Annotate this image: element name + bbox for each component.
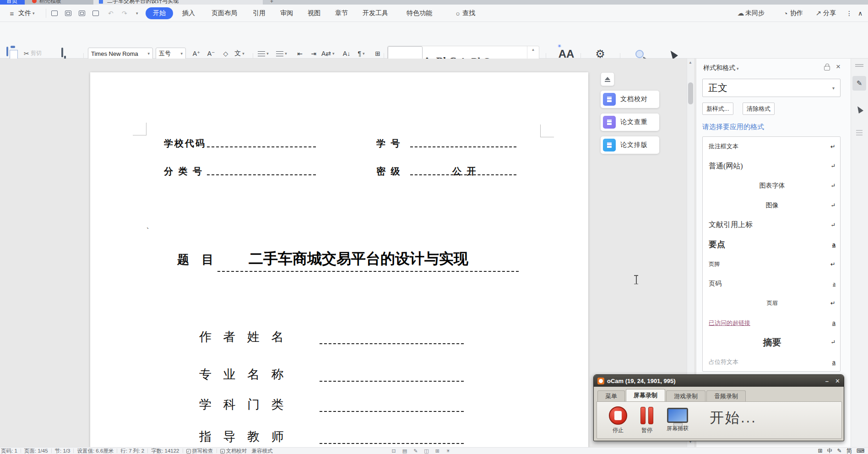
page-view-icon[interactable]: ◫	[424, 448, 429, 454]
ime-grid-icon[interactable]: ⊞	[818, 448, 823, 454]
find-menu[interactable]: ○查找	[453, 5, 475, 22]
new-style-panel-button[interactable]: 新样式...	[702, 103, 733, 115]
bullet-list-button[interactable]: ▾	[257, 48, 269, 59]
ocam-titlebar[interactable]: oCam (19, 24, 1901, 995) – ✕	[594, 375, 844, 387]
tab-insert[interactable]: 插入	[182, 5, 195, 22]
style-item-citation-superscript[interactable]: 文献引用上标↵	[703, 215, 840, 235]
show-marks-button[interactable]: ¶▾	[355, 48, 367, 59]
supervisor-line[interactable]	[320, 430, 464, 444]
new-tab-button[interactable]: +	[270, 0, 273, 5]
decrease-font-button[interactable]: A⁻	[205, 48, 217, 59]
style-item-image[interactable]: 图像↵	[703, 195, 840, 215]
sort-button[interactable]: A↓	[341, 48, 353, 59]
clear-format-panel-button[interactable]: 清除格式	[743, 103, 775, 115]
school-code-line[interactable]	[207, 137, 316, 147]
save-button[interactable]	[51, 5, 58, 22]
ocam-tab-audio-record[interactable]: 音频录制	[706, 390, 746, 401]
tab-special-features[interactable]: 特色功能	[407, 5, 432, 22]
style-item-chart-font[interactable]: 图表字体↵	[703, 176, 840, 196]
scrollbar-thumb[interactable]	[688, 82, 693, 104]
current-style-select[interactable]: 正文▾	[702, 79, 841, 97]
pin-panel-icon[interactable]	[824, 66, 830, 70]
status-spellcheck[interactable]: ✓拼写检查	[186, 448, 213, 454]
plagiarism-check-button[interactable]: 论文查重	[601, 114, 659, 131]
style-item-page-number[interactable]: 页码a	[703, 274, 840, 294]
status-doc-proof[interactable]: x文档校对	[220, 448, 247, 454]
ocam-tab-menu[interactable]: 菜单	[597, 390, 625, 401]
adjust-tool-button[interactable]	[852, 125, 866, 140]
collaborate-button[interactable]: ◔协作	[781, 5, 803, 22]
major-line[interactable]	[320, 368, 464, 382]
collapse-ribbon-button[interactable]: ∧	[858, 5, 863, 22]
ocam-screen-capture-button[interactable]: 屏幕捕获	[667, 408, 689, 432]
close-panel-button[interactable]: ×	[836, 62, 841, 71]
read-layout-icon[interactable]: ▤	[402, 448, 407, 454]
tab-document[interactable]: 二手车交易平台的设计与实现	[93, 0, 263, 5]
discipline-line[interactable]	[320, 398, 464, 412]
eye-protect-icon[interactable]: ☀	[446, 448, 450, 454]
file-menu[interactable]: ≡ 文件▾	[7, 5, 34, 22]
doc-proofread-button[interactable]: 文档校对	[601, 91, 659, 108]
ocam-close-button[interactable]: ✕	[835, 378, 840, 384]
font-family-select[interactable]: Times New Roma▾	[88, 48, 153, 59]
tab-page-layout[interactable]: 页面布局	[212, 5, 237, 22]
sync-status[interactable]: ☁未同步	[736, 5, 765, 22]
edit-icon[interactable]: ✎	[413, 448, 418, 454]
redo-button[interactable]: ↷	[122, 5, 127, 22]
tab-template[interactable]: 稻壳模板	[25, 0, 93, 5]
ime-lang-icon[interactable]: 中	[827, 447, 833, 454]
text-direction-button[interactable]: A⇄▾	[321, 48, 335, 59]
outline-view-icon[interactable]: ⊞	[435, 448, 439, 454]
undo-button[interactable]: ↶	[108, 5, 114, 22]
decrease-indent-button[interactable]: ⇤	[294, 48, 306, 59]
ocam-window[interactable]: oCam (19, 24, 1901, 995) – ✕ 菜单 屏幕录制 游戏录…	[593, 374, 844, 441]
cut-button[interactable]: ✂剪切	[24, 49, 42, 57]
style-item-normal-web[interactable]: 普通(网站)↵	[703, 157, 840, 176]
style-item-key-points[interactable]: 要点a	[703, 235, 840, 254]
pen-tool-button[interactable]: ✎	[852, 76, 866, 91]
tab-home[interactable]: 首页	[0, 0, 25, 5]
ime-keyboard-icon[interactable]: ⌨	[857, 448, 864, 454]
style-item-header[interactable]: 页眉↵	[703, 293, 840, 313]
tab-section[interactable]: 章节	[335, 5, 348, 22]
style-item-footer[interactable]: 页脚↵	[703, 254, 840, 274]
thesis-title-line[interactable]	[217, 260, 519, 272]
gallery-up-button[interactable]: ▲	[532, 48, 535, 52]
status-word-count[interactable]: 字数: 14122	[151, 448, 179, 454]
clear-format-button[interactable]: ◇	[220, 48, 232, 59]
share-button[interactable]: ↗分享	[814, 5, 836, 22]
scroll-up-icon[interactable]: ▲	[689, 60, 692, 65]
print-button[interactable]	[79, 5, 85, 22]
fullscreen-icon[interactable]: ⊡	[392, 448, 396, 454]
increase-indent-button[interactable]: ⇥	[308, 48, 320, 59]
insert-table-button[interactable]: ⊞	[372, 48, 384, 59]
ime-pen-icon[interactable]: ✎	[837, 448, 842, 454]
font-size-select[interactable]: 五号▾	[156, 48, 186, 59]
print-preview-button[interactable]	[92, 5, 99, 22]
tab-references[interactable]: 引用	[253, 5, 266, 22]
author-name-line[interactable]	[320, 330, 464, 344]
thesis-layout-button[interactable]: 论文排版	[601, 136, 659, 154]
student-no-line[interactable]	[410, 137, 516, 147]
ocam-pause-button[interactable]: 暂停	[639, 406, 655, 434]
increase-font-button[interactable]: A⁺	[190, 48, 202, 59]
style-item-comment-text[interactable]: 批注框文本↵	[703, 137, 840, 157]
more-menu-button[interactable]: ⋮	[846, 5, 852, 22]
style-item-placeholder-text[interactable]: 占位符文本a	[703, 352, 840, 372]
ocam-minimize-button[interactable]: –	[825, 378, 829, 384]
ocam-stop-button[interactable]: 停止	[609, 406, 627, 434]
ocam-tab-screen-record[interactable]: 屏幕录制	[626, 389, 665, 401]
select-tool-button[interactable]	[852, 102, 866, 116]
ocam-tab-game-record[interactable]: 游戏录制	[666, 390, 705, 401]
numbered-list-button[interactable]: ▾	[276, 48, 288, 59]
paste-button[interactable]	[6, 48, 8, 56]
quickbar-more-button[interactable]: ▾	[135, 5, 138, 22]
style-item-abstract[interactable]: 摘要↵	[703, 333, 840, 352]
export-button[interactable]	[65, 5, 71, 22]
tab-home-ribbon[interactable]: 开始	[146, 7, 173, 19]
drag-handle-icon[interactable]	[855, 64, 863, 65]
ime-simplified-icon[interactable]: 简	[846, 447, 852, 454]
tab-dev-tools[interactable]: 开发工具	[363, 5, 388, 22]
style-item-visited-hyperlink[interactable]: 已访问的超链接a	[703, 313, 840, 333]
class-no-line[interactable]	[207, 165, 316, 175]
